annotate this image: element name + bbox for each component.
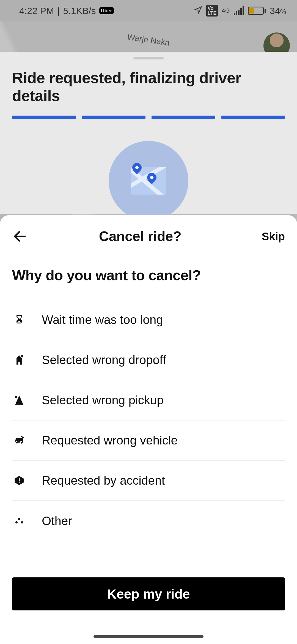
wrong-dropoff-icon <box>12 354 25 365</box>
modal-body: Why do you want to cancel? Wait time was… <box>0 254 297 569</box>
progress-segment <box>82 116 146 119</box>
sheet-grip[interactable] <box>133 57 164 59</box>
modal-header: Cancel ride? Skip <box>0 215 297 254</box>
progress-segment <box>152 116 215 119</box>
reason-label: Requested by accident <box>42 474 165 487</box>
svg-point-5 <box>15 521 18 523</box>
reason-label: Requested wrong vehicle <box>42 433 178 447</box>
reason-other[interactable]: Other <box>12 501 285 541</box>
reason-label: Wait time was too long <box>42 313 163 327</box>
svg-point-7 <box>21 521 23 523</box>
reason-label: Selected wrong pickup <box>42 393 164 407</box>
other-icon <box>12 515 25 526</box>
progress-segment <box>12 116 76 119</box>
finding-illustration <box>109 141 188 221</box>
reason-accident[interactable]: Requested by accident <box>12 461 285 501</box>
hourglass-icon <box>12 314 25 325</box>
progress-bar <box>0 116 297 119</box>
wrong-pickup-icon <box>12 395 25 406</box>
reason-wrong-vehicle[interactable]: Requested wrong vehicle <box>12 421 285 461</box>
accident-icon <box>12 475 25 486</box>
svg-rect-3 <box>19 478 20 482</box>
reason-wrong-pickup[interactable]: Selected wrong pickup <box>12 380 285 421</box>
cancel-ride-modal: Cancel ride? Skip Why do you want to can… <box>0 215 297 644</box>
reason-wait-too-long[interactable]: Wait time was too long <box>12 300 285 340</box>
cancel-question: Why do you want to cancel? <box>12 267 285 283</box>
modal-title: Cancel ride? <box>19 228 262 244</box>
reason-label: Selected wrong dropoff <box>42 353 166 367</box>
keep-ride-button[interactable]: Keep my ride <box>12 577 285 610</box>
wrong-vehicle-icon <box>12 435 25 446</box>
home-indicator[interactable] <box>94 635 204 638</box>
progress-segment <box>221 116 285 119</box>
svg-point-2 <box>15 395 17 398</box>
cta-wrap: Keep my ride <box>0 569 297 644</box>
svg-point-1 <box>21 355 23 358</box>
finding-driver-sheet: Ride requested, finalizing driver detail… <box>0 52 297 214</box>
svg-rect-4 <box>19 482 20 483</box>
reason-label: Other <box>42 514 72 528</box>
reason-wrong-dropoff[interactable]: Selected wrong dropoff <box>12 340 285 380</box>
svg-point-6 <box>18 518 20 520</box>
skip-button[interactable]: Skip <box>262 230 285 243</box>
status-title: Ride requested, finalizing driver detail… <box>0 59 297 116</box>
